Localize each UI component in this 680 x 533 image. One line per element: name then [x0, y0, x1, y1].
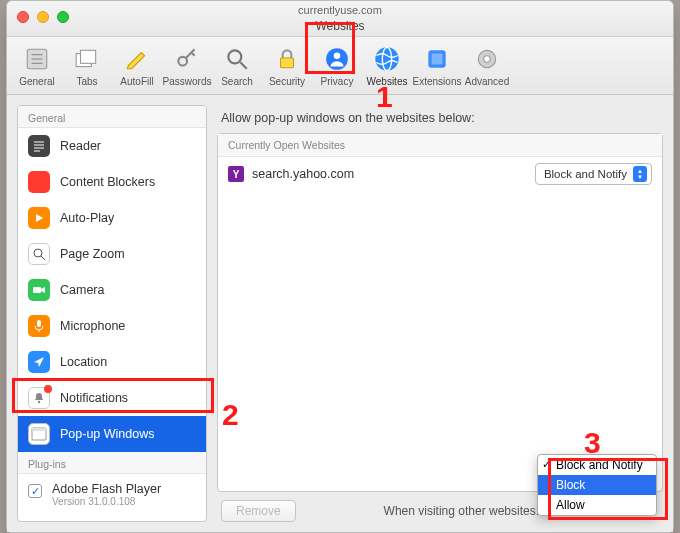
minimize-window-button[interactable] — [37, 11, 49, 23]
sidebar-section-general: General — [18, 106, 206, 128]
privacy-icon — [323, 45, 351, 73]
play-icon — [28, 207, 50, 229]
sidebar-item-label: Reader — [60, 139, 101, 153]
toolbar-search[interactable]: Search — [213, 40, 261, 92]
sidebar-item-camera[interactable]: Camera — [18, 272, 206, 308]
sidebar-item-reader[interactable]: Reader — [18, 128, 206, 164]
tabs-icon — [73, 45, 101, 73]
toolbar-label: Websites — [367, 76, 408, 87]
sidebar-item-label: Notifications — [60, 391, 128, 405]
svg-rect-32 — [32, 428, 46, 431]
zoom-window-button[interactable] — [57, 11, 69, 23]
svg-point-24 — [34, 249, 42, 257]
preferences-toolbar: General Tabs AutoFill Passwords Search — [7, 37, 673, 95]
svg-rect-5 — [81, 50, 96, 63]
dropdown-option-block[interactable]: Block — [538, 475, 656, 495]
svg-point-7 — [228, 50, 241, 63]
toolbar-advanced[interactable]: Advanced — [463, 40, 511, 92]
footer-label: When visiting other websites: — [384, 504, 539, 518]
toolbar-autofill[interactable]: AutoFill — [113, 40, 161, 92]
notification-badge — [44, 385, 52, 393]
sidebar-item-microphone[interactable]: Microphone — [18, 308, 206, 344]
advanced-gear-icon — [473, 45, 501, 73]
toolbar-label: AutoFill — [120, 76, 153, 87]
search-icon — [223, 45, 251, 73]
checkmark-icon: ✓ — [542, 458, 551, 471]
toolbar-security[interactable]: Security — [263, 40, 311, 92]
toolbar-general[interactable]: General — [13, 40, 61, 92]
sidebar-item-label: Camera — [60, 283, 104, 297]
window-controls — [17, 11, 69, 23]
titlebar: currentlyuse.com Websites — [7, 1, 673, 37]
bell-icon — [28, 387, 50, 409]
remove-button[interactable]: Remove — [221, 500, 296, 522]
svg-marker-22 — [33, 176, 45, 188]
reader-icon — [28, 135, 50, 157]
toolbar-label: Passwords — [163, 76, 212, 87]
svg-rect-15 — [432, 53, 443, 64]
main-heading: Allow pop-up windows on the websites bel… — [217, 105, 663, 133]
stop-icon — [28, 171, 50, 193]
sidebar-item-popup-windows[interactable]: Pop-up Windows — [18, 416, 206, 452]
toolbar-label: Search — [221, 76, 253, 87]
sidebar-item-label: Content Blockers — [60, 175, 155, 189]
yahoo-favicon-icon: Y — [228, 166, 244, 182]
plugin-checkbox[interactable]: ✓ — [28, 484, 42, 498]
default-policy-dropdown[interactable]: ✓ Block and Notify Block Allow — [537, 454, 657, 516]
svg-marker-27 — [41, 287, 45, 293]
microphone-icon — [28, 315, 50, 337]
svg-line-8 — [240, 62, 247, 69]
toolbar-tabs[interactable]: Tabs — [63, 40, 111, 92]
pencil-icon — [123, 45, 151, 73]
svg-rect-26 — [33, 287, 41, 293]
sidebar-section-plugins: Plug-ins — [18, 452, 206, 474]
lock-icon — [273, 45, 301, 73]
sidebar-item-page-zoom[interactable]: Page Zoom — [18, 236, 206, 272]
svg-line-25 — [41, 256, 45, 260]
sidebar-item-label: Pop-up Windows — [60, 427, 155, 441]
toolbar-label: Privacy — [321, 76, 354, 87]
table-header: Currently Open Websites — [218, 134, 662, 157]
sidebar-item-notifications[interactable]: Notifications — [18, 380, 206, 416]
svg-rect-9 — [281, 57, 294, 67]
globe-icon — [373, 45, 401, 73]
dropdown-option-block-and-notify[interactable]: ✓ Block and Notify — [538, 455, 656, 475]
toolbar-label: Security — [269, 76, 305, 87]
window-url: currentlyuse.com — [7, 1, 673, 17]
svg-point-12 — [375, 47, 398, 70]
toolbar-label: Extensions — [413, 76, 462, 87]
toolbar-privacy[interactable]: Privacy — [313, 40, 361, 92]
svg-point-30 — [38, 401, 40, 403]
preferences-window: currentlyuse.com Websites General Tabs A… — [6, 0, 674, 533]
close-window-button[interactable] — [17, 11, 29, 23]
svg-point-11 — [334, 52, 341, 59]
sidebar-item-auto-play[interactable]: Auto-Play — [18, 200, 206, 236]
table-row[interactable]: Y search.yahoo.com Block and Notify ▲▼ — [218, 157, 662, 191]
toolbar-extensions[interactable]: Extensions — [413, 40, 461, 92]
row-policy-value: Block and Notify — [544, 168, 627, 180]
key-icon — [173, 45, 201, 73]
toolbar-label: Advanced — [465, 76, 509, 87]
website-domain: search.yahoo.com — [252, 167, 535, 181]
toolbar-websites[interactable]: Websites — [363, 40, 411, 92]
sidebar-item-content-blockers[interactable]: Content Blockers — [18, 164, 206, 200]
dropdown-option-label: Allow — [556, 498, 585, 512]
zoom-icon — [28, 243, 50, 265]
sidebar-item-label: Page Zoom — [60, 247, 125, 261]
window-icon — [28, 423, 50, 445]
sidebar-item-label: Location — [60, 355, 107, 369]
toolbar-label: Tabs — [76, 76, 97, 87]
sidebar-plugin-flash[interactable]: ✓ Adobe Flash Player Version 31.0.0.108 — [18, 474, 206, 515]
websites-table: Currently Open Websites Y search.yahoo.c… — [217, 133, 663, 492]
toolbar-passwords[interactable]: Passwords — [163, 40, 211, 92]
plugin-version: Version 31.0.0.108 — [52, 496, 161, 507]
select-arrows-icon: ▲▼ — [633, 166, 647, 182]
dropdown-option-allow[interactable]: Allow — [538, 495, 656, 515]
gear-icon — [23, 45, 51, 73]
location-icon — [28, 351, 50, 373]
svg-rect-28 — [37, 320, 41, 327]
sidebar-item-location[interactable]: Location — [18, 344, 206, 380]
svg-marker-23 — [36, 214, 43, 222]
row-policy-select[interactable]: Block and Notify ▲▼ — [535, 163, 652, 185]
svg-marker-29 — [34, 357, 44, 367]
